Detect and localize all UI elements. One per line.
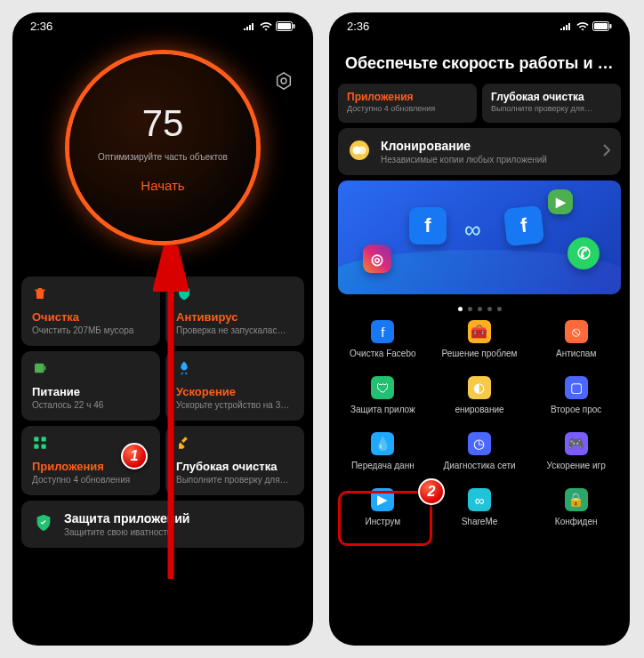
grid-facebook-clean[interactable]: fОчистка Facebo	[334, 320, 431, 358]
card-title: Антивирус	[176, 310, 294, 324]
svg-rect-6	[44, 366, 46, 371]
clone-title: Клонирование	[381, 139, 547, 153]
feature-cards: Очистка Очистить 207МБ мусора Антивирус …	[21, 277, 304, 495]
dot-3[interactable]	[478, 307, 482, 311]
card-deepclean[interactable]: Глубокая очистка Выполните проверку для…	[165, 426, 304, 495]
share-icon: ∞	[468, 488, 491, 511]
svg-rect-10	[42, 445, 46, 449]
phone-icon: ▢	[565, 376, 588, 399]
grid-app-protect[interactable]: 🛡Защита прилож	[334, 376, 431, 414]
card-title: Глубокая очистка	[176, 460, 294, 473]
whatsapp-icon: ✆	[568, 237, 600, 269]
grid-privacy[interactable]: 🔒Конфиден	[527, 488, 624, 526]
mini-title: Глубокая очистка	[491, 91, 612, 103]
svg-rect-14	[610, 24, 612, 28]
facebook-icon: f	[371, 320, 394, 343]
status-time: 2:36	[30, 20, 52, 33]
phone-right-security-more: 2:36 Обеспечьте скорость работы и бе… Пр…	[329, 12, 630, 646]
dot-2[interactable]	[468, 307, 472, 311]
lock-icon: 🔒	[565, 488, 588, 511]
svg-rect-2	[294, 24, 295, 28]
block-icon: ⦸	[565, 320, 588, 343]
card-sub: Проверка не запускалас…	[176, 325, 294, 335]
mini-card-deepclean[interactable]: Глубокая очистка Выполните проверку для…	[482, 84, 621, 123]
wifi-icon	[260, 22, 272, 31]
mini-card-apps[interactable]: Приложения Доступно 4 обновления	[338, 84, 477, 123]
grid-clone[interactable]: ◐енирование	[431, 376, 528, 414]
dot-1[interactable]	[458, 307, 463, 311]
toolbox-icon: 🧰	[468, 320, 491, 343]
signal-icon	[244, 22, 256, 31]
protect-sub: Защитите свою иватность	[64, 527, 189, 537]
grid-game-boost[interactable]: 🎮Ускорение игр	[527, 432, 624, 470]
status-icons	[244, 21, 295, 31]
facebook-icon: f	[503, 205, 544, 246]
mini-title: Приложения	[347, 91, 468, 103]
shield-icon: 🛡	[371, 376, 394, 399]
card-app-protection[interactable]: Защита приложений Защитите свою иватност…	[21, 501, 304, 548]
card-clean[interactable]: Очистка Очистить 207МБ мусора	[21, 277, 160, 346]
grid-shareme[interactable]: ∞ShareMe	[431, 488, 528, 526]
clone-icon	[349, 140, 370, 164]
card-sub: Доступно 4 обновления	[32, 475, 149, 485]
chevron-right-icon	[603, 144, 610, 160]
card-clone-apps[interactable]: Клонирование Независимые копии любых при…	[338, 128, 621, 175]
card-sub: Выполните проверку для…	[176, 475, 294, 485]
shield-check-icon	[34, 513, 53, 536]
promo-banner-dualapps[interactable]: f ∞ f ◎ ▶ ✆	[338, 181, 621, 294]
protect-title: Защита приложений	[64, 511, 189, 526]
video-icon: ▶	[371, 488, 394, 511]
rocket-icon	[176, 360, 294, 380]
dot-4[interactable]	[487, 307, 492, 311]
grid-net-diag[interactable]: ◷Диагностика сети	[431, 432, 528, 470]
battery-icon	[32, 360, 149, 380]
signal-icon	[560, 22, 573, 31]
svg-rect-1	[278, 23, 291, 29]
drop-icon: 💧	[371, 432, 394, 455]
svg-rect-5	[35, 364, 44, 373]
dot-5[interactable]	[497, 307, 502, 311]
card-antivirus[interactable]: Антивирус Проверка не запускалас…	[165, 277, 304, 346]
status-bar: 2:36	[329, 12, 630, 36]
instagram-icon: ◎	[363, 245, 391, 273]
phone-left-security-app: 2:36 75 Оптимизируйте часть объектов Нач…	[12, 12, 313, 646]
mini-sub: Доступно 4 обновления	[347, 104, 468, 113]
optimize-button[interactable]: Начать	[141, 178, 184, 193]
gauge-icon: ◷	[468, 432, 491, 455]
score-circle[interactable]: 75 Оптимизируйте часть объектов Начать	[69, 54, 256, 241]
gamepad-icon: 🎮	[565, 432, 588, 455]
grid-tools[interactable]: ▶Инструм	[334, 488, 431, 526]
grid-data-transfer[interactable]: 💧Передача данн	[334, 432, 431, 470]
tools-grid: fОчистка Facebo 🧰Решение проблем ⦸Антисп…	[334, 320, 624, 526]
score-section: 75 Оптимизируйте часть объектов Начать	[12, 54, 313, 241]
card-boost[interactable]: Ускорение Ускорьте устройство на 3…	[165, 351, 304, 421]
card-title: Очистка	[32, 310, 149, 324]
svg-rect-8	[42, 437, 46, 441]
carousel-dots[interactable]	[329, 307, 630, 311]
infinity-icon: ∞	[464, 216, 481, 244]
grid-antispam[interactable]: ⦸Антиспам	[527, 320, 624, 358]
facebook-icon: f	[409, 207, 447, 245]
battery-icon	[276, 21, 295, 31]
card-sub: Очистить 207МБ мусора	[32, 325, 149, 335]
card-title: Ускорение	[176, 385, 294, 398]
mini-sub: Выполните проверку для…	[491, 104, 612, 113]
score-value: 75	[142, 102, 184, 145]
card-sub: Ускорьте устройство на 3…	[176, 400, 294, 410]
status-icons	[560, 21, 612, 31]
battery-icon	[592, 21, 612, 31]
annotation-badge-2: 2	[418, 478, 445, 505]
mini-cards: Приложения Доступно 4 обновления Глубока…	[338, 84, 621, 123]
svg-rect-7	[34, 437, 38, 441]
annotation-badge-1: 1	[121, 443, 148, 469]
svg-point-17	[358, 146, 366, 154]
page-title: Обеспечьте скорость работы и бе…	[329, 36, 630, 84]
svg-rect-13	[594, 23, 608, 29]
play-icon: ▶	[548, 189, 573, 214]
status-time: 2:36	[347, 20, 369, 33]
card-battery[interactable]: Питание Осталось 22 ч 46	[21, 351, 160, 421]
broom-icon	[176, 435, 294, 454]
shield-icon	[176, 285, 294, 305]
grid-troubleshoot[interactable]: 🧰Решение проблем	[431, 320, 528, 358]
grid-second-space[interactable]: ▢Второе прос	[527, 376, 624, 414]
